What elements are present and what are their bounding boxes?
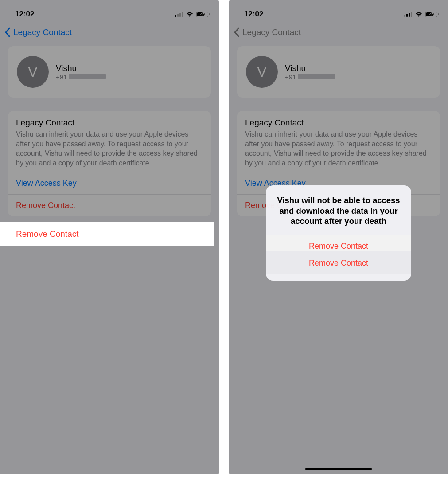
nav-back-button[interactable]: Legacy Contact [0,22,219,46]
battery-icon: 49 [196,12,210,17]
contact-phone: +91 [56,73,106,81]
chevron-left-icon [4,27,11,37]
phone-screen-left: 12:02 49 Legacy Contact V Vishu +91 [0,0,219,474]
section-title: Legacy Contact [16,118,203,128]
nav-back-label: Legacy Contact [13,27,72,37]
status-time: 12:02 [15,10,34,19]
phone-redacted [69,74,106,79]
cellular-signal-icon [404,12,413,17]
cellular-signal-icon [175,12,183,17]
remove-contact-button-highlighted[interactable]: Remove Contact [0,222,214,246]
section-description: Vishu can inherit your data and use your… [245,129,432,168]
contact-name: Vishu [56,63,106,73]
status-bar: 12:02 49 [229,0,448,22]
avatar: V [17,56,49,88]
avatar: V [246,56,278,88]
nav-back-label: Legacy Contact [242,27,301,37]
home-indicator[interactable] [305,468,372,470]
battery-icon: 49 [425,12,439,17]
alert-title: Vishu will not be able to access and dow… [266,185,411,235]
remove-contact-button[interactable]: Remove Contact [8,194,211,216]
phone-screen-right: 12:02 49 Legacy Contact V Vishu +91 [229,0,448,474]
chevron-left-icon [234,27,240,37]
phone-redacted [298,74,335,79]
wifi-icon [415,12,423,17]
view-access-key-button[interactable]: View Access Key [8,172,211,194]
status-bar: 12:02 49 [0,0,219,22]
alert-remove-button-highlighted[interactable]: Remove Contact [266,251,411,274]
status-icons: 49 [175,12,210,17]
contact-card: V Vishu +91 [8,46,211,98]
nav-back-button[interactable]: Legacy Contact [229,22,448,46]
legacy-contact-section: Legacy Contact Vishu can inherit your da… [8,111,211,216]
section-description: Vishu can inherit your data and use your… [16,129,203,168]
contact-name: Vishu [285,63,335,73]
status-icons: 49 [404,12,439,17]
contact-phone: +91 [285,73,335,81]
wifi-icon [186,12,194,17]
section-title: Legacy Contact [245,118,432,128]
status-time: 12:02 [244,10,263,19]
contact-card: V Vishu +91 [237,46,440,98]
